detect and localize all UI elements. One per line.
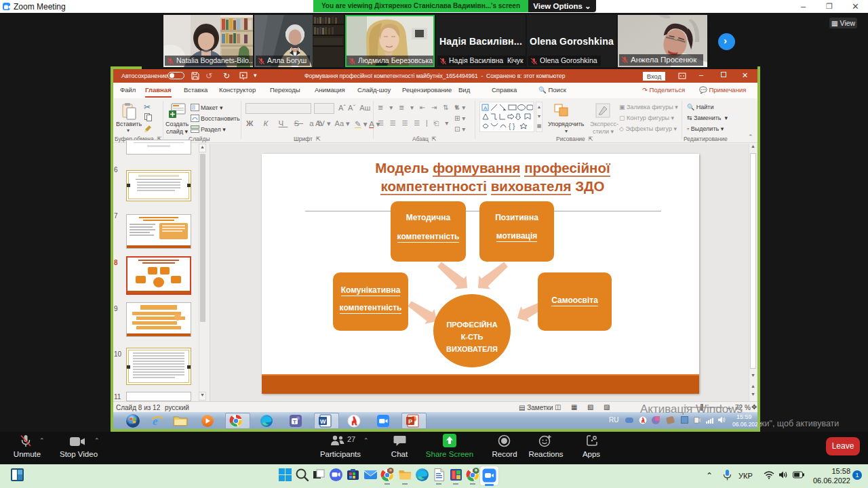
svg-text:{ }: { } bbox=[509, 123, 515, 130]
svg-text:T: T bbox=[293, 419, 296, 425]
svg-text:A: A bbox=[484, 105, 488, 111]
svg-text:P: P bbox=[408, 418, 412, 425]
svg-text:W: W bbox=[320, 418, 326, 425]
